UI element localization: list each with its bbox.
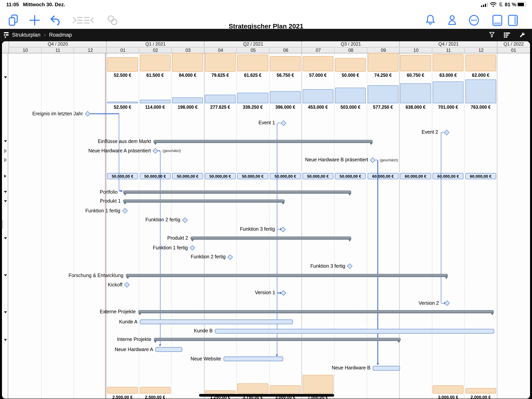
milestone-diamond[interactable] xyxy=(444,129,449,135)
breadcrumb-root[interactable]: Strukturplan xyxy=(12,32,40,38)
cost-bar-month[interactable] xyxy=(205,53,236,71)
milestone-diamond[interactable] xyxy=(281,290,286,296)
disclosure-triangle[interactable] xyxy=(4,141,7,142)
cumulative-bar[interactable] xyxy=(400,84,431,103)
duplicate-icon[interactable] xyxy=(7,14,20,27)
disclosure-triangle[interactable] xyxy=(4,174,6,178)
disclosure-triangle[interactable] xyxy=(4,149,7,153)
budget-cell[interactable]: 50.000,00 € xyxy=(335,173,366,179)
cost-bar-month[interactable] xyxy=(433,54,463,71)
actual-cost-bar[interactable] xyxy=(140,387,170,394)
cumulative-bar[interactable] xyxy=(335,88,366,103)
actual-cost-bar[interactable] xyxy=(270,386,301,394)
budget-cell[interactable]: 50.000,00 € xyxy=(270,173,301,179)
summary-bar[interactable] xyxy=(153,140,373,143)
add-icon[interactable] xyxy=(28,14,41,27)
chart-icon[interactable] xyxy=(503,31,511,38)
disclosure-triangle[interactable] xyxy=(4,191,7,193)
budget-cell[interactable]: 50.000,00 € xyxy=(172,173,203,179)
task-bar[interactable] xyxy=(223,357,283,361)
milestone-diamond[interactable] xyxy=(153,148,158,154)
milestone-diamond[interactable] xyxy=(190,245,195,251)
cumulative-bar[interactable] xyxy=(302,90,333,103)
milestone-diamond[interactable] xyxy=(228,254,233,260)
summary-bar[interactable] xyxy=(126,274,448,277)
summary-bar[interactable] xyxy=(154,338,400,341)
cost-bar-month[interactable] xyxy=(302,56,333,71)
wrench-icon[interactable] xyxy=(518,31,526,38)
link-icon[interactable] xyxy=(106,14,119,27)
milestone-diamond[interactable] xyxy=(370,157,375,163)
cumulative-bar[interactable] xyxy=(140,100,170,103)
budget-cell[interactable]: 50.000,00 € xyxy=(140,173,170,179)
actual-cost-bar[interactable] xyxy=(107,387,138,394)
milestone-diamond[interactable] xyxy=(85,111,90,116)
cumulative-bar[interactable] xyxy=(433,82,463,103)
cumulative-bar[interactable] xyxy=(107,102,138,103)
summary-bar[interactable] xyxy=(123,190,351,193)
cumulative-bar[interactable] xyxy=(205,95,236,103)
outdent-icon[interactable] xyxy=(82,14,96,27)
bell-icon[interactable] xyxy=(424,14,437,27)
disclosure-triangle[interactable] xyxy=(4,77,7,78)
disclosure-triangle[interactable] xyxy=(4,158,7,162)
right-panel-icon[interactable] xyxy=(506,14,519,27)
breadcrumb-current[interactable]: Roadmap xyxy=(49,32,72,38)
indent-icon[interactable] xyxy=(71,14,84,27)
actual-cost-bar[interactable] xyxy=(205,390,236,393)
summary-bar[interactable] xyxy=(190,237,351,240)
milestone-diamond[interactable] xyxy=(124,282,130,288)
actual-cost-bar[interactable] xyxy=(237,383,268,393)
budget-cell[interactable]: 60.000,00 € xyxy=(400,173,431,179)
filter-icon[interactable] xyxy=(488,31,496,38)
cost-bar-month[interactable] xyxy=(270,56,301,71)
cost-bar-month[interactable] xyxy=(400,55,431,71)
budget-cell[interactable]: 60.000,00 € xyxy=(368,173,399,179)
milestone-diamond[interactable] xyxy=(444,301,450,306)
budget-cell[interactable]: 50.000,00 € xyxy=(302,173,333,179)
cumulative-bar[interactable] xyxy=(465,80,496,103)
budget-cell[interactable]: 60.000,00 € xyxy=(465,173,496,179)
cost-bar-month[interactable] xyxy=(368,53,399,71)
cumulative-bar[interactable] xyxy=(270,91,301,103)
disclosure-triangle[interactable] xyxy=(4,200,7,202)
milestone-diamond[interactable] xyxy=(182,217,188,223)
actual-cost-bar[interactable] xyxy=(302,375,333,393)
disclosure-triangle[interactable] xyxy=(4,312,7,314)
undo-icon[interactable] xyxy=(48,14,62,27)
cumulative-bar[interactable] xyxy=(368,85,399,103)
cumulative-bar[interactable] xyxy=(172,97,203,103)
task-bar[interactable] xyxy=(140,320,293,324)
home-indicator[interactable] xyxy=(199,394,334,397)
disclosure-triangle[interactable] xyxy=(4,339,7,341)
cost-bar-month[interactable] xyxy=(335,58,366,71)
budget-cell[interactable]: 50.000,00 € xyxy=(205,173,236,179)
cost-bar-month[interactable] xyxy=(107,57,138,72)
summary-bar[interactable] xyxy=(138,310,494,313)
milestone-diamond[interactable] xyxy=(347,264,352,269)
summary-bar[interactable] xyxy=(123,200,285,203)
budget-cell[interactable]: 50.000,00 € xyxy=(107,173,138,179)
structure-icon[interactable] xyxy=(4,31,11,38)
cost-bar-month[interactable] xyxy=(172,53,203,71)
cumulative-bar[interactable] xyxy=(237,93,268,103)
milestone-diamond[interactable] xyxy=(122,208,127,214)
disclosure-triangle[interactable] xyxy=(4,275,7,277)
budget-cell[interactable]: 60.000,00 € xyxy=(433,173,463,179)
person-icon[interactable] xyxy=(446,14,459,27)
cost-bar-month[interactable] xyxy=(140,55,170,71)
actual-cost-bar[interactable] xyxy=(433,386,463,394)
bottom-panel-icon[interactable] xyxy=(491,14,504,27)
cost-bar-month[interactable] xyxy=(237,55,268,71)
more-icon[interactable] xyxy=(467,14,481,27)
disclosure-triangle[interactable] xyxy=(4,237,7,239)
milestone-diamond[interactable] xyxy=(280,227,286,232)
actual-cost-bar[interactable] xyxy=(465,388,496,394)
cost-bar-month[interactable] xyxy=(465,55,496,71)
task-bar[interactable] xyxy=(373,366,400,370)
scroll-indicator[interactable] xyxy=(2,220,3,229)
task-bar[interactable] xyxy=(155,347,182,352)
task-bar[interactable] xyxy=(215,329,494,334)
milestone-diamond[interactable] xyxy=(281,120,286,126)
budget-cell[interactable]: 50.000,00 € xyxy=(237,173,268,179)
